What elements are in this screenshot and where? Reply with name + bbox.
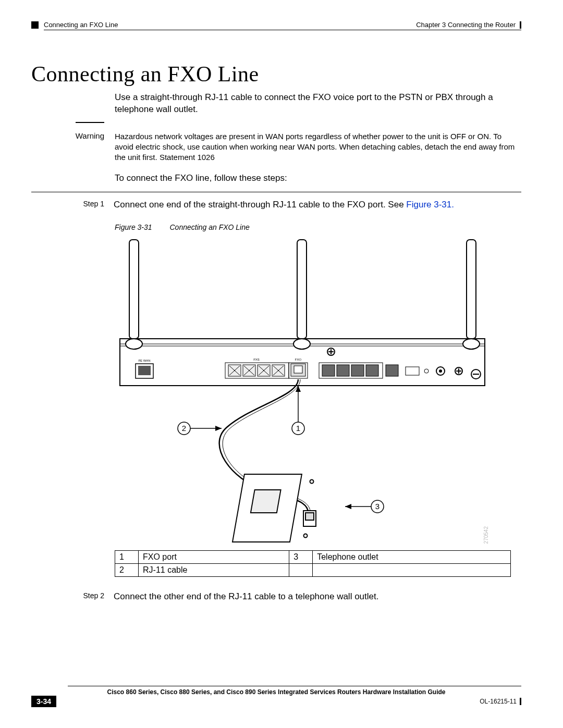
legend-text: RJ-11 cable bbox=[139, 563, 289, 576]
legend-num: 1 bbox=[115, 550, 139, 563]
rule-before-steps bbox=[31, 192, 521, 192]
header-bar-icon bbox=[520, 21, 521, 29]
table-row: 2 RJ-11 cable bbox=[115, 563, 511, 576]
figure-xref[interactable]: Figure 3-31. bbox=[406, 200, 454, 209]
svg-marker-46 bbox=[215, 426, 222, 431]
legend-num bbox=[289, 563, 313, 576]
port-label-fxo: FXO bbox=[295, 358, 302, 361]
svg-rect-32 bbox=[406, 367, 419, 375]
warning-text: Hazardous network voltages are present i… bbox=[115, 131, 521, 163]
page-number: 3-34 bbox=[31, 696, 56, 707]
legend-text: FXO port bbox=[139, 550, 289, 563]
header-rule bbox=[44, 30, 521, 30]
svg-point-4 bbox=[126, 339, 142, 349]
figure-legend-table: 1 FXO port 3 Telephone outlet 2 RJ-11 ca… bbox=[115, 550, 511, 577]
figure-diagram: FE WAN FXS FXO bbox=[115, 235, 511, 577]
footer-bar-icon bbox=[520, 698, 521, 705]
svg-point-33 bbox=[424, 369, 429, 373]
svg-rect-25 bbox=[294, 366, 302, 373]
svg-rect-28 bbox=[337, 365, 349, 376]
callout-3: 3 bbox=[375, 502, 380, 511]
warning-label: Warning bbox=[31, 131, 104, 163]
doc-number: OL-16215-11 bbox=[480, 698, 517, 705]
svg-marker-49 bbox=[345, 504, 351, 509]
step1-text: Connect one end of the straight-through … bbox=[114, 200, 521, 210]
table-row: 1 FXO port 3 Telephone outlet bbox=[115, 550, 511, 563]
svg-point-40 bbox=[310, 479, 314, 483]
figure-label: Figure 3-31 bbox=[115, 223, 152, 231]
legend-num: 2 bbox=[115, 563, 139, 576]
legend-text: Telephone outlet bbox=[313, 550, 511, 563]
svg-rect-7 bbox=[467, 240, 476, 339]
port-label-fxs: FXS bbox=[253, 358, 260, 361]
header-section: Connecting an FXO Line bbox=[44, 21, 118, 29]
step2-label: Step 2 bbox=[31, 591, 104, 602]
svg-point-41 bbox=[304, 534, 308, 537]
warning-statement: Statement 1026 bbox=[160, 153, 215, 162]
svg-point-35 bbox=[439, 369, 442, 373]
port-label-fewan: FE WAN bbox=[138, 359, 150, 362]
step2-text: Connect the other end of the RJ-11 cable… bbox=[114, 591, 521, 602]
callout-2: 2 bbox=[182, 424, 186, 433]
step1-label: Step 1 bbox=[31, 200, 104, 210]
svg-point-6 bbox=[293, 339, 310, 349]
svg-rect-17 bbox=[138, 366, 151, 375]
page-title: Connecting an FXO Line bbox=[31, 61, 521, 87]
lead-paragraph: To connect the FXO line, follow these st… bbox=[115, 172, 511, 184]
svg-rect-29 bbox=[351, 365, 364, 376]
svg-rect-30 bbox=[366, 365, 378, 376]
svg-rect-27 bbox=[322, 365, 335, 376]
figure-caption: Connecting an FXO Line bbox=[169, 223, 249, 231]
legend-num: 3 bbox=[289, 550, 313, 563]
svg-rect-37 bbox=[251, 490, 281, 513]
svg-rect-3 bbox=[129, 240, 139, 339]
header-chapter: Chapter 3 Connecting the Router bbox=[416, 21, 516, 29]
legend-text bbox=[313, 563, 511, 576]
svg-rect-39 bbox=[305, 513, 314, 520]
footer-guide-title: Cisco 860 Series, Cisco 880 Series, and … bbox=[31, 688, 521, 696]
svg-rect-5 bbox=[297, 240, 307, 339]
svg-marker-43 bbox=[296, 386, 301, 392]
intro-paragraph: Use a straight-through RJ-11 cable to co… bbox=[115, 92, 511, 116]
svg-rect-31 bbox=[386, 365, 398, 376]
callout-1: 1 bbox=[296, 424, 300, 433]
header-marker-icon bbox=[31, 21, 39, 29]
figure-source-number: 270542 bbox=[483, 526, 489, 544]
footer-rule bbox=[68, 686, 521, 686]
svg-point-8 bbox=[463, 339, 480, 349]
